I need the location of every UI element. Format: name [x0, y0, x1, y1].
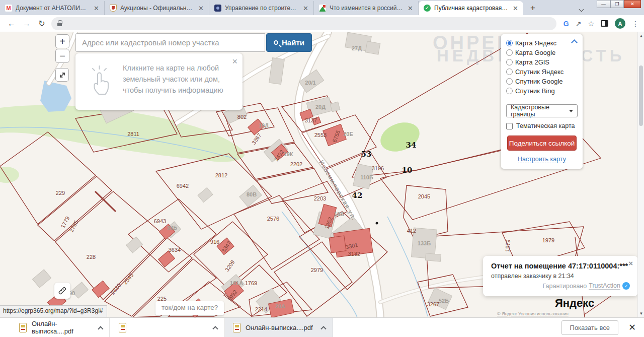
map-label: 110Б: [360, 174, 373, 180]
close-button[interactable]: ✕: [624, 0, 641, 8]
map-label: 2811: [127, 131, 139, 137]
tab-bar: Документ от АНАТОЛИЙ - an ✕ Аукционы - О…: [0, 0, 644, 15]
radio-icon[interactable]: [506, 49, 513, 56]
radio-icon[interactable]: [506, 59, 513, 65]
configure-map-link[interactable]: Настроить карту: [506, 156, 578, 163]
reload-icon[interactable]: ↻: [35, 17, 48, 30]
map-label: 20Д: [315, 104, 326, 110]
map-search: Найти: [75, 33, 312, 52]
tab-title: Документ от АНАТОЛИЙ - an: [16, 5, 89, 12]
radio-icon[interactable]: [506, 69, 513, 75]
menu-kebab-icon[interactable]: ⋮: [632, 20, 639, 28]
download-item[interactable]: [110, 318, 225, 337]
tab-close-icon[interactable]: ✕: [93, 5, 100, 12]
boundaries-select[interactable]: Кадастровые границы: [506, 104, 578, 117]
measure-ruler-button[interactable]: [54, 283, 70, 299]
tab-construction[interactable]: Управление по строительств ✕: [209, 1, 314, 15]
thematic-map-checkbox-row[interactable]: Тематическая карта: [506, 122, 578, 129]
map-label: 2202: [290, 161, 302, 167]
map-label: 228: [87, 254, 96, 260]
map-label: 3267: [427, 301, 439, 307]
address-bar[interactable]: [51, 17, 556, 30]
download-item[interactable]: Онлайн-выписка....pdf: [225, 318, 333, 337]
expand-arrows-icon: [58, 71, 66, 79]
trustaction-link[interactable]: TrustAction: [589, 282, 620, 290]
news-picture-icon: [319, 5, 326, 12]
yandex-logo[interactable]: Яндекс: [555, 297, 594, 310]
share-icon[interactable]: ↗: [576, 20, 582, 28]
scrollbar-thumb[interactable]: [639, 65, 643, 126]
tab-title: Публичная кадастровая карт: [434, 5, 508, 12]
download-menu-chevron-icon[interactable]: [320, 326, 326, 331]
tab-cadastral-map[interactable]: Публичная кадастровая карт ✕: [419, 1, 523, 15]
page-scrollbar[interactable]: ▲ ▼: [637, 32, 644, 317]
tab-auctions[interactable]: Аукционы - Официальный са ✕: [105, 1, 209, 15]
download-menu-chevron-icon[interactable]: [98, 326, 103, 331]
fullscreen-button[interactable]: [55, 68, 69, 82]
map-label: 80В: [247, 191, 257, 197]
tab-search-chevron-icon[interactable]: [580, 4, 585, 9]
show-all-downloads-button[interactable]: Показать все: [561, 320, 618, 335]
layer-option-google-sat[interactable]: Спутник Google: [506, 77, 578, 86]
map-label: 2812: [215, 172, 227, 178]
layer-option-2gis-map[interactable]: Карта 2GIS: [506, 57, 578, 67]
green-check-icon: [424, 5, 431, 12]
notification-subtitle: отправлен заказчику в 21:34: [491, 273, 630, 280]
google-icon[interactable]: G: [564, 20, 569, 28]
minimize-button[interactable]: —: [597, 0, 610, 8]
map-label: 20/1: [305, 80, 315, 86]
avatar[interactable]: A: [615, 18, 625, 29]
scroll-up-icon[interactable]: ▲: [639, 34, 643, 38]
bookmark-star-icon[interactable]: ☆: [588, 20, 594, 28]
search-input[interactable]: [75, 33, 265, 52]
layer-option-google-map[interactable]: Карта Google: [506, 48, 578, 57]
tab-close-icon[interactable]: ✕: [302, 5, 309, 12]
layer-option-yandex-map[interactable]: Карта Яндекс: [506, 38, 578, 48]
tab-gmail[interactable]: Документ от АНАТОЛИЙ - an ✕: [0, 1, 105, 15]
map-label: 2203: [314, 195, 326, 201]
layer-option-yandex-sat[interactable]: Спутник Яндекс: [506, 67, 578, 77]
radio-icon[interactable]: [506, 40, 513, 46]
zoom-in-button[interactable]: +: [55, 34, 69, 48]
tab-news[interactable]: Что изменится в российских ✕: [314, 1, 419, 15]
tab-close-icon[interactable]: ✕: [407, 5, 414, 12]
download-menu-chevron-icon[interactable]: [212, 326, 218, 331]
checkbox[interactable]: [506, 123, 513, 129]
map-label: 2979: [311, 267, 323, 273]
restore-button[interactable]: ❐: [610, 0, 624, 8]
tab-close-icon[interactable]: ✕: [197, 5, 205, 12]
navy-emblem-icon: [214, 5, 221, 12]
radio-icon[interactable]: [506, 78, 513, 85]
download-item[interactable]: Онлайн-выписка....pdf: [0, 318, 110, 337]
map-label: 6943: [154, 218, 166, 224]
radio-icon[interactable]: [506, 88, 513, 94]
pdf-file-icon: [119, 323, 126, 332]
ruler-icon: [57, 286, 67, 296]
share-link-button[interactable]: Поделиться ссылкой: [507, 136, 577, 151]
map-label: 1769: [245, 280, 257, 286]
map-label: 34: [406, 141, 417, 150]
hint-close-icon[interactable]: ×: [232, 56, 237, 67]
scroll-down-icon[interactable]: ▼: [639, 311, 643, 316]
map-label: 19Д: [259, 122, 269, 128]
find-button[interactable]: Найти: [266, 33, 312, 52]
lock-icon[interactable]: [57, 23, 62, 26]
notification-title: Отчет на помещение 47:17:0110004:***: [491, 262, 630, 270]
downloads-bar-close-icon[interactable]: ✕: [628, 322, 636, 333]
map-area: Изосимлевская ул. 802281119Д3367243219К2…: [0, 32, 644, 317]
zoom-out-button[interactable]: −: [55, 49, 69, 63]
forward-icon[interactable]: →: [20, 17, 33, 30]
notification-close-icon[interactable]: ×: [628, 259, 633, 267]
map-label: 3132: [348, 251, 360, 257]
yandex-terms-link[interactable]: © Яндекс Условия использования: [497, 311, 569, 316]
new-tab-button[interactable]: +: [526, 2, 539, 15]
map-label: 2553: [314, 132, 327, 138]
map-label: 52Б: [439, 298, 449, 304]
map-label: 229: [56, 190, 65, 196]
side-panel-icon[interactable]: [601, 20, 608, 27]
tab-close-icon[interactable]: ✕: [512, 5, 519, 12]
map-label: 20А: [275, 303, 285, 309]
layer-option-bing-sat[interactable]: Спутник Bing: [506, 86, 578, 96]
back-icon[interactable]: ←: [5, 17, 18, 30]
tab-title: Аукционы - Официальный са: [120, 5, 194, 12]
